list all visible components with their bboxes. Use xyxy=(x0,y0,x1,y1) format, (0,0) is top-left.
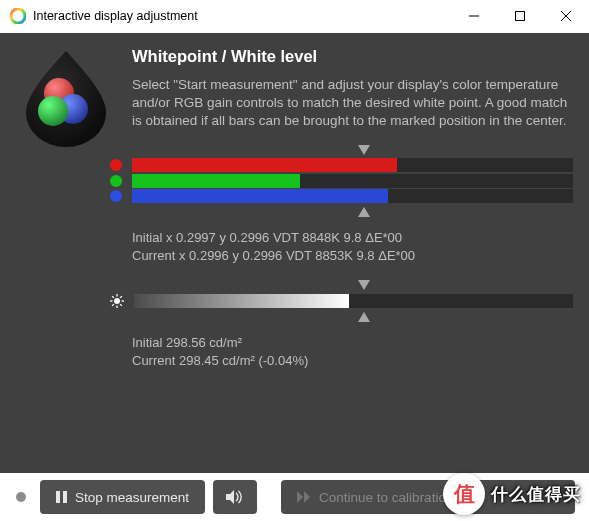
svg-rect-17 xyxy=(56,491,60,503)
target-marker-top-icon xyxy=(358,145,370,155)
svg-line-15 xyxy=(120,296,122,298)
green-dot-icon xyxy=(110,175,122,187)
luminance-current-text: Current 298.45 cd/m² (-0.04%) xyxy=(132,352,573,370)
whitepoint-current-text: Current x 0.2996 y 0.2996 VDT 8853K 9.8 … xyxy=(132,247,573,265)
blue-bar-fill xyxy=(132,189,388,203)
red-bar-fill xyxy=(132,158,397,172)
green-bar-row xyxy=(110,174,573,188)
sound-button[interactable] xyxy=(213,480,257,514)
green-bar-track xyxy=(132,174,573,188)
blue-bar-row xyxy=(110,189,573,203)
brightness-target-top-icon xyxy=(358,280,370,290)
svg-point-7 xyxy=(38,96,68,126)
recording-indicator-icon xyxy=(16,492,26,502)
continue-button[interactable]: Continue to calibration xyxy=(281,480,575,514)
svg-marker-19 xyxy=(226,490,234,504)
green-bar-fill xyxy=(132,174,300,188)
svg-rect-18 xyxy=(63,491,67,503)
stop-button-label: Stop measurement xyxy=(75,490,189,505)
brightness-bar-row xyxy=(110,294,573,308)
svg-marker-21 xyxy=(304,491,310,503)
svg-point-8 xyxy=(114,298,120,304)
pause-icon xyxy=(56,491,67,503)
brightness-bar-track xyxy=(134,294,573,308)
instruction-text: Select "Start measurement" and adjust yo… xyxy=(132,76,573,131)
svg-line-14 xyxy=(120,304,122,306)
close-button[interactable] xyxy=(543,0,589,33)
blue-dot-icon xyxy=(110,190,122,202)
window-title: Interactive display adjustment xyxy=(33,9,198,23)
svg-marker-20 xyxy=(297,491,303,503)
blue-bar-track xyxy=(132,189,573,203)
speaker-icon xyxy=(226,490,244,504)
whitepoint-drop-icon xyxy=(16,47,116,147)
luminance-initial-text: Initial 298.56 cd/m² xyxy=(132,334,573,352)
svg-point-0 xyxy=(11,9,25,23)
red-dot-icon xyxy=(110,159,122,171)
red-bar-row xyxy=(110,158,573,172)
play-forward-icon xyxy=(297,491,311,503)
svg-line-16 xyxy=(112,304,114,306)
target-marker-bottom-icon xyxy=(358,207,370,217)
titlebar: Interactive display adjustment xyxy=(0,0,589,33)
brightness-icon xyxy=(110,294,124,308)
maximize-button[interactable] xyxy=(497,0,543,33)
app-icon xyxy=(10,8,26,24)
continue-button-label: Continue to calibration xyxy=(319,490,453,505)
brightness-target-bottom-icon xyxy=(358,312,370,322)
red-bar-track xyxy=(132,158,573,172)
section-heading: Whitepoint / White level xyxy=(132,47,573,66)
whitepoint-initial-text: Initial x 0.2997 y 0.2996 VDT 8848K 9.8 … xyxy=(132,229,573,247)
stop-measurement-button[interactable]: Stop measurement xyxy=(40,480,205,514)
minimize-button[interactable] xyxy=(451,0,497,33)
brightness-bar-fill xyxy=(134,294,349,308)
svg-line-13 xyxy=(112,296,114,298)
svg-rect-2 xyxy=(516,12,525,21)
